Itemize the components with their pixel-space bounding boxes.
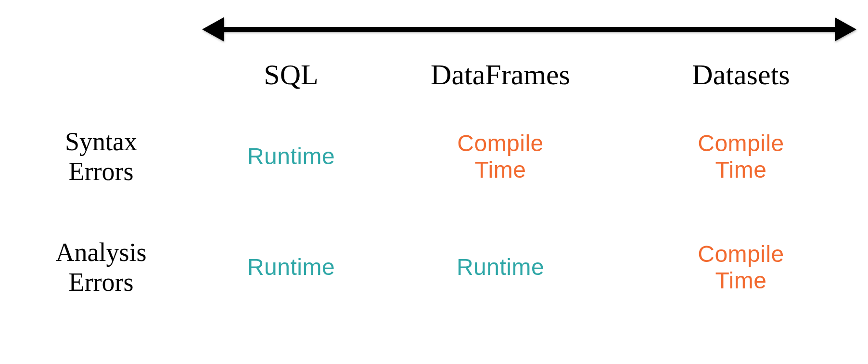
comparison-table: SQL DataFrames Datasets SyntaxErrors Run…: [0, 48, 868, 323]
cell-syntax-datasets: CompileTime: [698, 130, 784, 183]
arrow-right-icon: [835, 17, 856, 41]
column-header-datasets: Datasets: [692, 58, 790, 91]
cell-syntax-sql: Runtime: [247, 143, 335, 169]
column-header-dataframes: DataFrames: [431, 58, 570, 91]
row-label-analysis-errors: AnalysisErrors: [56, 237, 147, 297]
cell-syntax-dataframes: CompileTime: [457, 130, 544, 183]
row-label-syntax-errors: SyntaxErrors: [65, 127, 137, 186]
column-header-sql: SQL: [264, 58, 318, 91]
double-arrow-icon: [202, 14, 856, 43]
cell-analysis-datasets: CompileTime: [698, 241, 784, 294]
cell-analysis-dataframes: Runtime: [457, 254, 544, 280]
cell-analysis-sql: Runtime: [247, 254, 335, 280]
arrow-shaft: [217, 27, 842, 32]
